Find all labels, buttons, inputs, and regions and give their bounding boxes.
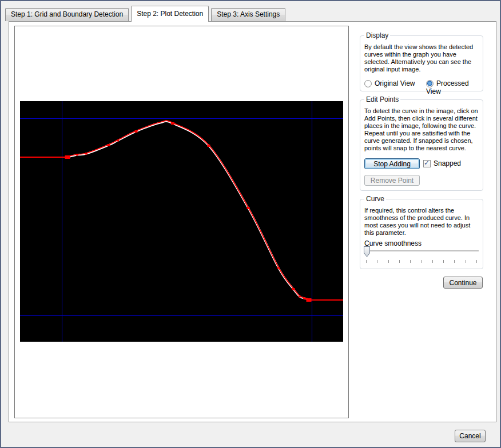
tab-step2-plot-detection[interactable]: Step 2: Plot Detection bbox=[131, 6, 209, 22]
curve-group-text: If required, this control alters the smo… bbox=[364, 207, 479, 237]
snapped-checkbox[interactable]: ✓ bbox=[423, 160, 431, 167]
edit-points-group-text: To detect the curve in the image, click … bbox=[364, 107, 479, 152]
curve-group-title: Curve bbox=[364, 195, 386, 203]
original-view-radio[interactable] bbox=[364, 80, 372, 87]
processed-view-option[interactable]: Processed View bbox=[426, 79, 480, 95]
cancel-button[interactable]: Cancel bbox=[455, 430, 486, 442]
original-view-option[interactable]: Original View bbox=[364, 79, 415, 87]
wizard-tabbar: Step 1: Grid and Boundary DetectionStep … bbox=[5, 6, 288, 22]
original-view-label: Original View bbox=[375, 79, 415, 87]
tab-step1-grid-boundary[interactable]: Step 1: Grid and Boundary Detection bbox=[5, 8, 129, 21]
view-radio-row: Original View Processed View bbox=[364, 79, 480, 89]
curve-smoothness-label: Curve smoothness bbox=[364, 239, 422, 247]
tab-step3-axis-settings[interactable]: Step 3: Axis Settings bbox=[211, 8, 285, 21]
detected-curve-plot bbox=[20, 101, 343, 342]
edit-points-group: Edit Points To detect the curve in the i… bbox=[360, 99, 483, 191]
display-group: Display By default the view shows the de… bbox=[360, 35, 483, 91]
display-group-text: By default the view shows the detected c… bbox=[364, 43, 479, 73]
check-icon: ✓ bbox=[424, 159, 430, 167]
curve-smoothness-slider-thumb[interactable] bbox=[364, 246, 370, 257]
edit-points-group-title: Edit Points bbox=[364, 95, 400, 103]
curve-group: Curve If required, this control alters t… bbox=[360, 199, 483, 269]
processed-view-radio[interactable] bbox=[426, 80, 434, 87]
continue-button[interactable]: Continue bbox=[443, 277, 483, 289]
processed-image-canvas[interactable] bbox=[20, 101, 343, 342]
display-group-title: Display bbox=[364, 31, 390, 39]
tab-page: Display By default the view shows the de… bbox=[9, 21, 496, 422]
image-view-panel bbox=[14, 26, 349, 418]
plot-detection-dialog: Step 1: Grid and Boundary DetectionStep … bbox=[0, 0, 501, 448]
dialog-bottom-bar bbox=[1, 421, 500, 447]
snapped-label: Snapped bbox=[434, 159, 461, 167]
slider-tick-marks bbox=[366, 260, 477, 263]
snapped-option[interactable]: ✓Snapped bbox=[423, 159, 461, 167]
stop-adding-button[interactable]: Stop Adding bbox=[364, 158, 420, 169]
remove-point-button[interactable]: Remove Point bbox=[364, 175, 420, 186]
curve-smoothness-slider-track[interactable] bbox=[364, 250, 479, 252]
